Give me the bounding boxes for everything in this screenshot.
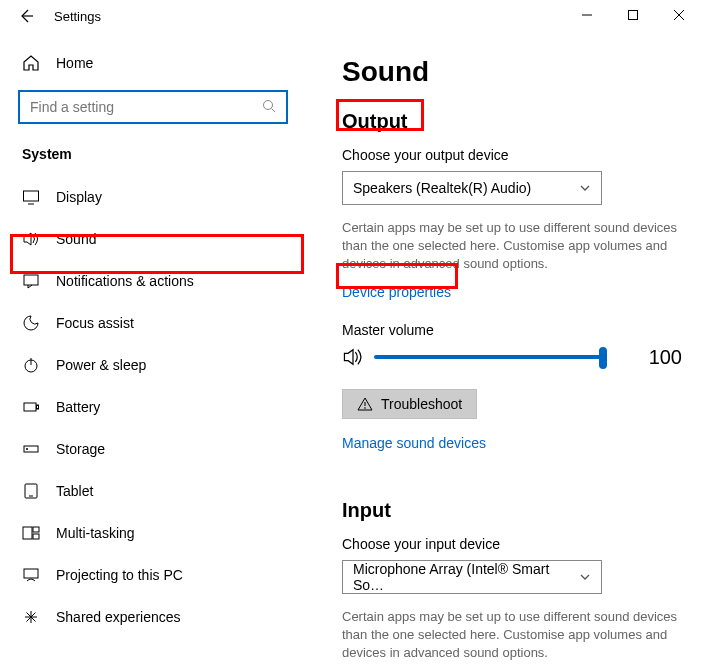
home-nav[interactable]: Home — [0, 44, 306, 82]
battery-icon — [22, 398, 42, 416]
display-icon — [22, 188, 42, 206]
svg-rect-19 — [33, 527, 39, 532]
sound-icon — [22, 230, 42, 248]
search-input-wrap[interactable] — [18, 90, 288, 124]
manage-sound-devices-link[interactable]: Manage sound devices — [342, 435, 486, 451]
back-button[interactable] — [16, 6, 36, 26]
output-heading: Output — [342, 110, 408, 133]
sidebar-item-power[interactable]: Power & sleep — [0, 344, 306, 386]
sidebar-item-label: Projecting to this PC — [56, 567, 183, 583]
sidebar-item-display[interactable]: Display — [0, 176, 306, 218]
sidebar-item-storage[interactable]: Storage — [0, 428, 306, 470]
shared-icon — [22, 608, 42, 626]
maximize-button[interactable] — [610, 0, 656, 30]
output-device-label: Choose your output device — [342, 147, 682, 163]
svg-rect-9 — [24, 275, 38, 285]
sidebar-item-shared[interactable]: Shared experiences — [0, 596, 306, 638]
troubleshoot-label: Troubleshoot — [381, 396, 462, 412]
sidebar-item-label: Sound — [56, 231, 96, 247]
sidebar-item-sound[interactable]: Sound — [0, 218, 306, 260]
sidebar-item-label: Shared experiences — [56, 609, 181, 625]
input-helper-text: Certain apps may be set up to use differ… — [342, 608, 682, 663]
projecting-icon — [22, 566, 42, 584]
home-label: Home — [56, 55, 93, 71]
svg-rect-2 — [629, 11, 638, 20]
input-device-select[interactable]: Microphone Array (Intel® Smart So… — [342, 560, 602, 594]
output-device-selected: Speakers (Realtek(R) Audio) — [353, 180, 531, 196]
svg-rect-12 — [24, 403, 36, 411]
close-button[interactable] — [656, 0, 702, 30]
master-volume-value: 100 — [649, 346, 682, 369]
storage-icon — [22, 440, 42, 458]
sidebar-item-tablet[interactable]: Tablet — [0, 470, 306, 512]
svg-rect-20 — [33, 534, 39, 539]
sidebar-item-notifications[interactable]: Notifications & actions — [0, 260, 306, 302]
svg-point-15 — [26, 448, 28, 450]
slider-thumb[interactable] — [599, 347, 607, 369]
sidebar-item-label: Battery — [56, 399, 100, 415]
multitask-icon — [22, 524, 42, 542]
svg-rect-13 — [37, 405, 39, 409]
input-device-selected: Microphone Array (Intel® Smart So… — [353, 561, 579, 593]
focus-assist-icon — [22, 314, 42, 332]
window-title: Settings — [54, 9, 101, 24]
search-input[interactable] — [28, 98, 262, 116]
output-helper-text: Certain apps may be set up to use differ… — [342, 219, 682, 274]
input-heading: Input — [342, 499, 682, 522]
sidebar-item-battery[interactable]: Battery — [0, 386, 306, 428]
svg-rect-7 — [24, 191, 39, 201]
svg-rect-21 — [24, 569, 38, 578]
section-title: System — [0, 138, 306, 176]
master-volume-slider[interactable] — [374, 355, 603, 359]
input-device-label: Choose your input device — [342, 536, 682, 552]
chevron-down-icon — [579, 571, 591, 583]
svg-point-5 — [264, 101, 273, 110]
sidebar-item-focus-assist[interactable]: Focus assist — [0, 302, 306, 344]
master-volume-label: Master volume — [342, 322, 682, 338]
minimize-button[interactable] — [564, 0, 610, 30]
sidebar-item-projecting[interactable]: Projecting to this PC — [0, 554, 306, 596]
sidebar-item-label: Tablet — [56, 483, 93, 499]
sidebar-item-label: Multi-tasking — [56, 525, 135, 541]
sidebar-item-multitask[interactable]: Multi-tasking — [0, 512, 306, 554]
sidebar-item-label: Focus assist — [56, 315, 134, 331]
notifications-icon — [22, 272, 42, 290]
chevron-down-icon — [579, 182, 591, 194]
search-icon — [262, 99, 278, 115]
svg-point-27 — [364, 407, 366, 409]
home-icon — [22, 54, 42, 72]
svg-rect-18 — [23, 527, 32, 539]
troubleshoot-button[interactable]: Troubleshoot — [342, 389, 477, 419]
volume-icon — [342, 346, 364, 368]
sidebar-item-label: Storage — [56, 441, 105, 457]
output-device-properties-link[interactable]: Device properties — [342, 284, 451, 300]
page-title: Sound — [342, 56, 682, 88]
tablet-icon — [22, 482, 42, 500]
sidebar-item-label: Notifications & actions — [56, 273, 194, 289]
sidebar-item-label: Display — [56, 189, 102, 205]
power-icon — [22, 356, 42, 374]
output-device-select[interactable]: Speakers (Realtek(R) Audio) — [342, 171, 602, 205]
svg-line-6 — [272, 109, 276, 113]
sidebar-item-label: Power & sleep — [56, 357, 146, 373]
warning-icon — [357, 396, 373, 412]
